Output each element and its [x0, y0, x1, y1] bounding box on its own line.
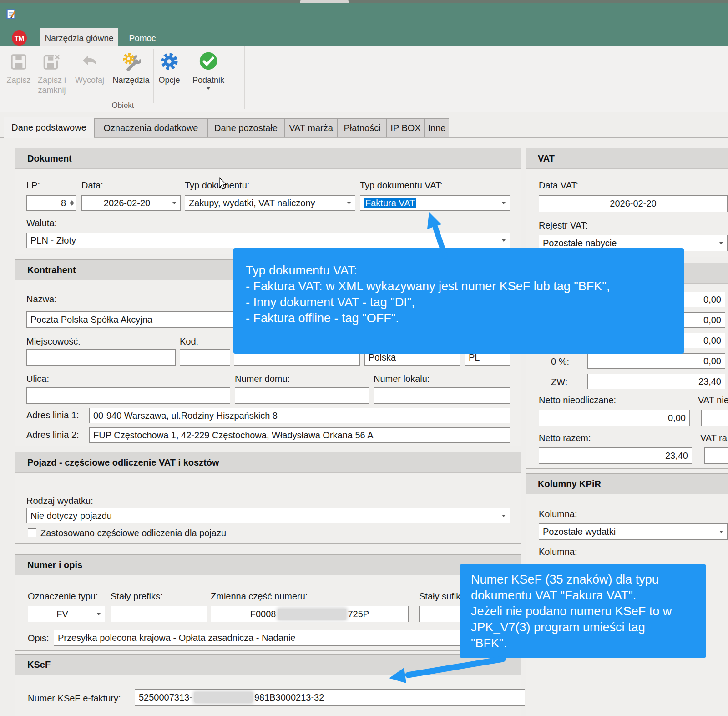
section-header: Pojazd - częściowe odliczenie VAT i kosz…: [15, 452, 521, 473]
save-icon: [2, 49, 35, 71]
numer-lokalu-label: Numer lokalu:: [374, 374, 430, 384]
typ-dokumentu-vat-dropdown[interactable]: Faktura VAT: [360, 195, 510, 211]
odliczenia-checkbox-label: Zastosowano częściowe odliczenia dla poj…: [40, 528, 226, 538]
opis-label: Opis:: [28, 633, 49, 644]
vat-section: VAT Data VAT: 2026-02-20 Rejestr VAT: Po…: [526, 148, 728, 257]
section-header: Numer i opis: [15, 555, 521, 575]
ribbon-separator: [108, 49, 108, 103]
document-pencil-icon: [6, 9, 17, 20]
numer-ksef-tooltip: Numer KSeF (35 znaków) dla typu dokument…: [460, 564, 706, 658]
tools-icon: [109, 49, 153, 71]
dokument-section: Dokument LP: Data: Typ dokumentu: Typ do…: [15, 148, 521, 254]
title-bar: TM Narzędzia główne Pomoc: [0, 3, 728, 46]
ribbon-toolbar: Zapisz Zapisz i zamknij Wycofaj: [0, 46, 728, 112]
numer-i-opis-section: Numer i opis Oznaczenie typu: Stały pref…: [15, 554, 521, 651]
pojazd-section: Pojazd - częściowe odliczenie VAT i kosz…: [15, 452, 521, 544]
redacted-blur: [194, 692, 253, 703]
tab-dane-pozostale[interactable]: Dane pozostałe: [207, 118, 284, 137]
miejscowosc-field[interactable]: [26, 349, 176, 366]
save-and-close-button[interactable]: Zapisz i zamknij: [31, 49, 72, 95]
kolumna-label: Kolumna:: [539, 509, 577, 519]
ribbon-group-edge: [244, 46, 245, 109]
undo-button[interactable]: Wycofaj: [71, 49, 108, 85]
numer-domu-label: Numer domu:: [235, 374, 290, 384]
tabstrip-baseline: [0, 137, 728, 138]
vat-nieodliczane-field[interactable]: [701, 410, 728, 426]
ribbon-group-label: Obiekt: [105, 101, 141, 110]
rejestr-vat-label: Rejestr VAT:: [539, 220, 588, 231]
invoice-editor-window: TM Narzędzia główne Pomoc Zapisz: [0, 0, 728, 716]
vat-rate-zw-field[interactable]: 23,40: [587, 374, 725, 389]
section-header: Dokument: [15, 148, 521, 169]
odliczenia-checkbox[interactable]: [28, 528, 36, 537]
lp-spinner[interactable]: 8: [26, 195, 76, 211]
kod-label: Kod:: [180, 336, 198, 347]
tab-platnosci[interactable]: Płatności: [338, 118, 387, 137]
typ-dokumentu-dropdown[interactable]: Zakupy, wydatki, VAT naliczony: [185, 195, 355, 211]
vat-nieodliczane-label: VAT nie: [698, 395, 728, 406]
zmienna-czesc-field[interactable]: F0008 725P: [211, 606, 409, 622]
taxpayer-button[interactable]: Podatnik: [187, 49, 229, 92]
numer-lokalu-field[interactable]: [374, 387, 510, 404]
numer-domu-field[interactable]: [235, 387, 369, 404]
section-header: Kolumny KPiR: [526, 474, 728, 494]
tab-oznaczenia-dodatkowe[interactable]: Oznaczenia dodatkowe: [94, 118, 207, 137]
gear-icon: [151, 49, 187, 71]
kod-field[interactable]: [180, 349, 230, 366]
ulica-field[interactable]: [26, 387, 230, 404]
section-header: VAT: [526, 148, 728, 169]
save-button[interactable]: Zapisz: [2, 49, 35, 85]
data-label: Data:: [81, 180, 103, 191]
data-date-dropdown[interactable]: 2026-02-20: [81, 195, 181, 211]
undo-icon: [71, 49, 108, 71]
netto-nieodliczane-label: Netto nieodliczane:: [539, 395, 616, 406]
ksef-section: KSeF Numer KSeF e-faktury: 5250007313- 9…: [15, 654, 521, 716]
vat-razem-field[interactable]: [704, 447, 728, 464]
typ-dokumentu-vat-label: Typ dokumentu VAT:: [360, 180, 443, 191]
adres2-label: Adres linia 2:: [26, 430, 79, 440]
oznaczenie-typu-label: Oznaczenie typu:: [28, 591, 98, 602]
typ-dokumentu-vat-tooltip: Typ dokumentu VAT: - Faktura VAT: w XML …: [233, 248, 684, 354]
lp-label: LP:: [26, 180, 40, 191]
vat-razem-label: VAT ra: [700, 433, 727, 443]
staly-prefiks-field[interactable]: [111, 606, 207, 622]
adres1-label: Adres linia 1:: [26, 410, 79, 421]
rodzaj-wydatku-label: Rodzaj wydatku:: [26, 496, 93, 506]
tab-vat-marza[interactable]: VAT marża: [284, 118, 338, 137]
tab-dane-podstawowe[interactable]: Dane podstawowe: [4, 117, 94, 138]
app-menu-badge[interactable]: TM: [12, 30, 27, 46]
options-button[interactable]: Opcje: [151, 49, 187, 85]
vat-rate-0-field[interactable]: 0,00: [587, 353, 725, 369]
waluta-label: Waluta:: [26, 218, 57, 229]
opis-field[interactable]: Przesyłka polecona krajowa - Opłata zasa…: [54, 630, 510, 646]
ulica-label: Ulica:: [26, 374, 49, 384]
staly-prefiks-label: Stały prefiks:: [111, 591, 162, 602]
tools-button[interactable]: Narzędzia: [109, 49, 153, 85]
numer-ksef-field[interactable]: 5250007313- 981B3000213-32: [135, 689, 525, 706]
oznaczenie-typu-dropdown[interactable]: FV: [28, 606, 105, 622]
vat-rate-0-label: 0 %:: [551, 356, 569, 367]
taxpayer-check-icon: [187, 49, 229, 71]
zmienna-czesc-label: Zmienna część numeru:: [211, 591, 308, 602]
netto-nieodliczane-field[interactable]: 0,00: [539, 410, 690, 426]
miejscowosc-label: Miejscowość:: [26, 336, 81, 347]
kolumna2-label: Kolumna:: [539, 547, 577, 557]
data-vat-field[interactable]: 2026-02-20: [539, 195, 728, 212]
numer-ksef-label: Numer KSeF e-faktury:: [28, 693, 121, 704]
redacted-blur: [278, 609, 346, 620]
kolumna-dropdown[interactable]: Pozostałe wydatki: [539, 523, 728, 540]
chevron-down-icon: [206, 87, 211, 92]
typ-dokumentu-label: Typ dokumentu:: [185, 180, 249, 191]
selected-text: Faktura VAT: [364, 198, 416, 208]
tab-ip-box[interactable]: IP BOX: [387, 118, 425, 137]
vat-rate-zw-label: ZW:: [551, 377, 567, 387]
section-header: KSeF: [15, 655, 521, 675]
data-vat-label: Data VAT:: [539, 180, 578, 191]
spinner-arrows[interactable]: [69, 197, 75, 209]
adres1-field[interactable]: 00-940 Warszawa, ul.Rodziny Hiszpańskich…: [89, 408, 510, 423]
rodzaj-wydatku-dropdown[interactable]: Nie dotyczy pojazdu: [26, 508, 510, 523]
netto-razem-field[interactable]: 23,40: [539, 447, 692, 464]
waluta-dropdown[interactable]: PLN - Złoty: [26, 233, 510, 248]
tab-inne[interactable]: Inne: [425, 118, 449, 137]
adres2-field[interactable]: FUP Częstochowa 1, 42-229 Częstochowa, W…: [89, 427, 510, 443]
